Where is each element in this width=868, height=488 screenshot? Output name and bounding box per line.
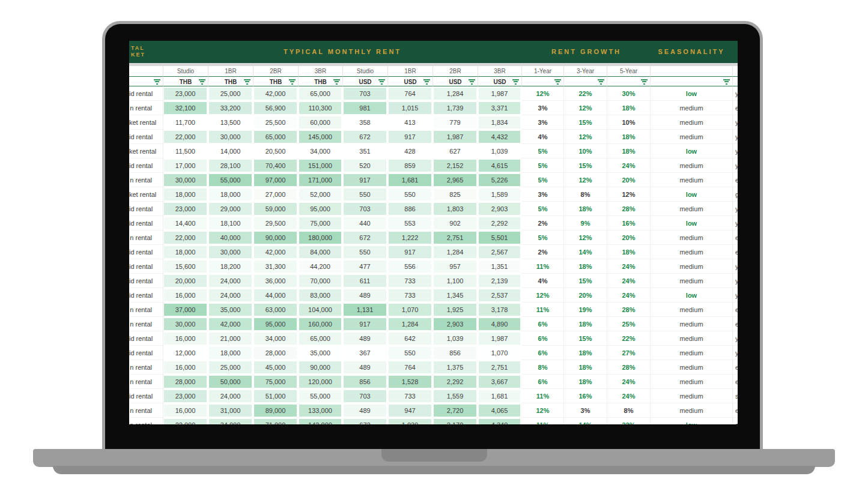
- rent-value-cell[interactable]: 42,000: [208, 317, 253, 331]
- rent-value-cell[interactable]: 16,000: [163, 360, 208, 375]
- row-label-cell[interactable]: n rental: [129, 101, 163, 115]
- seasonality-cell[interactable]: medium: [651, 389, 733, 403]
- row-label-cell[interactable]: id rental: [129, 216, 163, 230]
- rent-value-cell[interactable]: 65,000: [299, 331, 343, 346]
- growth-value-cell[interactable]: 16%: [607, 216, 651, 230]
- rent-value-cell[interactable]: 45,000: [253, 360, 299, 375]
- rent-value-cell[interactable]: 2,292: [433, 375, 478, 389]
- clipped-column-cell[interactable]: e: [733, 101, 738, 115]
- rent-value-cell[interactable]: 34,000: [208, 418, 253, 424]
- rent-value-cell[interactable]: 351: [343, 144, 388, 158]
- growth-value-cell[interactable]: 12%: [564, 130, 607, 144]
- growth-value-cell[interactable]: 18%: [564, 259, 607, 274]
- growth-value-cell[interactable]: 18%: [607, 101, 651, 115]
- rent-value-cell[interactable]: 31,300: [253, 259, 299, 274]
- rent-value-cell[interactable]: 40,000: [208, 230, 253, 245]
- rent-value-cell[interactable]: 1,375: [433, 360, 478, 375]
- rent-value-cell[interactable]: 18,000: [163, 187, 208, 202]
- rent-value-cell[interactable]: 1,039: [433, 331, 478, 346]
- growth-value-cell[interactable]: 10%: [607, 115, 651, 130]
- growth-value-cell[interactable]: 20%: [607, 173, 651, 187]
- seasonality-cell[interactable]: low: [651, 86, 733, 101]
- rent-value-cell[interactable]: 703: [343, 389, 388, 403]
- clipped-column-cell[interactable]: y: [733, 331, 738, 346]
- rent-value-cell[interactable]: 856: [343, 375, 388, 389]
- growth-value-cell[interactable]: 18%: [564, 317, 607, 331]
- rent-value-cell[interactable]: 1,284: [388, 317, 433, 331]
- rent-value-cell[interactable]: 428: [388, 144, 433, 158]
- seasonality-cell[interactable]: medium: [651, 259, 733, 274]
- seasonality-cell[interactable]: medium: [651, 303, 733, 317]
- row-label-header-cell[interactable]: [129, 66, 163, 76]
- rent-value-cell[interactable]: 1,351: [478, 259, 522, 274]
- rent-value-cell[interactable]: 4,432: [478, 130, 522, 144]
- growth-value-cell[interactable]: 28%: [607, 303, 651, 317]
- clipped-column-cell[interactable]: e: [733, 303, 738, 317]
- row-label-cell[interactable]: n rental: [129, 403, 163, 418]
- clipped-column-cell[interactable]: e: [733, 173, 738, 187]
- rent-value-cell[interactable]: 1,681: [388, 173, 433, 187]
- rent-value-cell[interactable]: 1,070: [478, 346, 522, 360]
- rent-value-cell[interactable]: 95,000: [299, 202, 343, 216]
- growth-value-cell[interactable]: 18%: [564, 346, 607, 360]
- rent-value-cell[interactable]: 886: [388, 202, 433, 216]
- rent-value-cell[interactable]: 779: [433, 115, 478, 130]
- rent-value-cell[interactable]: 13,500: [208, 115, 253, 130]
- rent-value-cell[interactable]: 902: [433, 216, 478, 230]
- seasonality-cell[interactable]: medium: [651, 403, 733, 418]
- growth-value-cell[interactable]: 10%: [564, 144, 607, 158]
- row-label-cell[interactable]: id rental: [129, 346, 163, 360]
- growth-value-cell[interactable]: 12%: [522, 288, 564, 303]
- growth-value-cell[interactable]: 27%: [607, 346, 651, 360]
- growth-value-cell[interactable]: 12%: [522, 403, 564, 418]
- column-header-cell[interactable]: 1BR: [388, 66, 433, 76]
- currency-header-cell[interactable]: USD: [433, 76, 478, 86]
- seasonality-cell[interactable]: low: [651, 418, 733, 424]
- clipped-filter-cell[interactable]: [733, 76, 738, 86]
- rent-value-cell[interactable]: 2,751: [478, 360, 522, 375]
- rent-value-cell[interactable]: 29,000: [208, 202, 253, 216]
- row-label-cell[interactable]: id rental: [129, 389, 163, 403]
- clipped-column-cell[interactable]: e: [733, 317, 738, 331]
- seasonality-cell[interactable]: low: [651, 216, 733, 230]
- growth-value-cell[interactable]: 2%: [522, 216, 564, 230]
- row-label-cell[interactable]: id rental: [129, 130, 163, 144]
- rent-value-cell[interactable]: 171,000: [299, 173, 343, 187]
- growth-value-cell[interactable]: 14%: [564, 245, 607, 259]
- rent-value-cell[interactable]: 917: [343, 317, 388, 331]
- rent-value-cell[interactable]: 70,000: [299, 274, 343, 288]
- growth-value-cell[interactable]: 9%: [564, 216, 607, 230]
- filter-funnel-icon[interactable]: [641, 79, 648, 85]
- rent-value-cell[interactable]: 550: [343, 245, 388, 259]
- rent-value-cell[interactable]: 151,000: [299, 158, 343, 173]
- clipped-header-cell[interactable]: [733, 66, 738, 76]
- growth-value-cell[interactable]: 3%: [564, 403, 607, 418]
- growth-value-cell[interactable]: 18%: [607, 144, 651, 158]
- rent-value-cell[interactable]: 83,000: [299, 288, 343, 303]
- filter-funnel-icon[interactable]: [554, 79, 561, 85]
- rent-value-cell[interactable]: 21,000: [208, 331, 253, 346]
- rent-value-cell[interactable]: 75,000: [253, 375, 299, 389]
- rent-value-cell[interactable]: 18,000: [163, 245, 208, 259]
- row-label-cell[interactable]: n rental: [129, 303, 163, 317]
- growth-value-cell[interactable]: 15%: [564, 115, 607, 130]
- growth-value-cell[interactable]: 5%: [522, 202, 564, 216]
- rent-value-cell[interactable]: 1,222: [388, 230, 433, 245]
- column-header-cell[interactable]: 1BR: [208, 66, 253, 76]
- rent-value-cell[interactable]: 489: [343, 331, 388, 346]
- rent-value-cell[interactable]: 2,152: [433, 158, 478, 173]
- rent-value-cell[interactable]: 71,000: [253, 418, 299, 424]
- rent-value-cell[interactable]: 917: [343, 173, 388, 187]
- rent-value-cell[interactable]: 63,000: [253, 303, 299, 317]
- rent-value-cell[interactable]: 97,000: [253, 173, 299, 187]
- rent-value-cell[interactable]: 11,700: [163, 115, 208, 130]
- growth-value-cell[interactable]: 3%: [522, 187, 564, 202]
- growth-value-cell[interactable]: 24%: [607, 375, 651, 389]
- rent-value-cell[interactable]: 25,000: [208, 360, 253, 375]
- growth-value-cell[interactable]: 5%: [522, 230, 564, 245]
- growth-value-cell[interactable]: 25%: [607, 317, 651, 331]
- rent-value-cell[interactable]: 1,925: [433, 303, 478, 317]
- seasonality-cell[interactable]: medium: [651, 230, 733, 245]
- filter-funnel-icon[interactable]: [423, 79, 430, 85]
- rent-value-cell[interactable]: 703: [343, 86, 388, 101]
